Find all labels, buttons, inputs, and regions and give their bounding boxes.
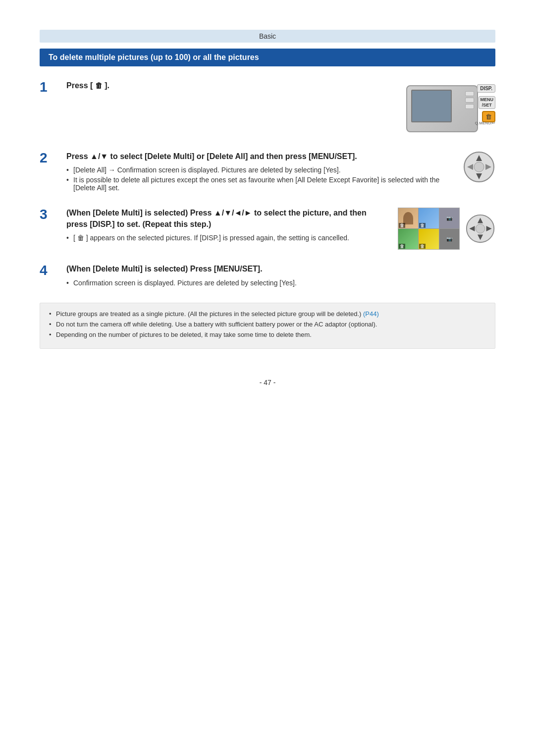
step-3-bullets: [ 🗑 ] appears on the selected pictures. … — [66, 234, 383, 242]
page-number: - 47 - — [40, 378, 495, 386]
step-2-number: 2 — [40, 151, 61, 165]
svg-point-5 — [474, 162, 484, 172]
dpad-icon-step3 — [466, 214, 495, 244]
page-title: To delete multiple pictures (up to 100) … — [40, 49, 495, 66]
svg-point-11 — [476, 224, 484, 233]
step-3-image: 🗑 🗑 📷 🗑 🗑 📷 — [398, 208, 495, 250]
qmenu-label: Q.MENU/↩ — [475, 121, 495, 125]
trash-mark-2: 🗑 — [419, 223, 426, 228]
step-1: 1 Press [ 🗑 ]. — [40, 80, 495, 137]
step-3: 3 (When [Delete Multi] is selected) Pres… — [40, 208, 495, 250]
photo-cell-1: 🗑 — [398, 208, 418, 228]
camera-screen — [411, 90, 452, 122]
step-1-title: Press [ 🗑 ]. — [66, 80, 391, 91]
note-1-link: (P44) — [363, 310, 379, 318]
photo-cell-3: 📷 — [439, 208, 459, 228]
step-4-bullets: Confirmation screen is displayed. Pictur… — [66, 279, 495, 287]
step-2: 2 Press ▲/▼ to select [Delete Multi] or … — [40, 151, 495, 194]
photo-cell-2: 🗑 — [419, 208, 438, 228]
note-3: Depending on the number of pictures to b… — [49, 331, 486, 338]
note-1: Picture groups are treated as a single p… — [49, 310, 486, 318]
camera-small-btn-2 — [465, 98, 474, 103]
step-3-title: (When [Delete Multi] is selected) Press … — [66, 208, 383, 230]
step-2-bullet-1: [Delete All] → Confirmation screen is di… — [66, 166, 448, 174]
notes-section: Picture groups are treated as a single p… — [40, 303, 495, 349]
trash-mark-1: 🗑 — [399, 223, 405, 228]
trash-icon-1: 🗑 — [95, 81, 103, 90]
dpad-icon-step2 — [463, 151, 495, 183]
camera-body — [406, 85, 478, 132]
camera-small-btn-3 — [465, 104, 474, 109]
step-2-content: Press ▲/▼ to select [Delete Multi] or [D… — [66, 151, 448, 194]
trash-mark-4: 🗑 — [399, 244, 405, 249]
camera-illustration: DISP. MENU/SET 🗑 Q.MENU/↩ — [406, 80, 495, 137]
camera-side-buttons — [465, 91, 474, 109]
step-1-number: 1 — [40, 80, 61, 94]
step-3-content: (When [Delete Multi] is selected) Press … — [66, 208, 383, 244]
camera-small-btn-1 — [465, 91, 474, 96]
disp-button-label: DISP. — [477, 84, 495, 93]
step-4: 4 (When [Delete Multi] is selected) Pres… — [40, 264, 495, 288]
photo-cell-6: 📷 — [439, 229, 459, 249]
step-3-bullet-1: [ 🗑 ] appears on the selected pictures. … — [66, 234, 383, 242]
step-4-bullet-1: Confirmation screen is displayed. Pictur… — [66, 279, 495, 287]
photo-grid: 🗑 🗑 📷 🗑 🗑 📷 — [398, 208, 460, 250]
step-2-bullet-2: It is possible to delete all pictures ex… — [66, 176, 448, 192]
step-2-title: Press ▲/▼ to select [Delete Multi] or [D… — [66, 151, 448, 162]
notes-list: Picture groups are treated as a single p… — [49, 310, 486, 338]
trash-mark-5: 🗑 — [419, 244, 426, 249]
step-4-number: 4 — [40, 264, 61, 277]
page-container: Basic To delete multiple pictures (up to… — [0, 0, 535, 756]
step-4-title: (When [Delete Multi] is selected) Press … — [66, 264, 495, 274]
step-4-content: (When [Delete Multi] is selected) Press … — [66, 264, 495, 288]
photo-cell-5: 🗑 — [419, 229, 438, 249]
step-1-content: Press [ 🗑 ]. — [66, 80, 391, 95]
menu-set-button-label: MENU/SET — [479, 96, 496, 109]
section-label: Basic — [40, 30, 495, 43]
step-2-bullets: [Delete All] → Confirmation screen is di… — [66, 166, 448, 192]
step-2-image — [463, 151, 495, 183]
note-2: Do not turn the camera off while deletin… — [49, 321, 486, 328]
step-1-image: DISP. MENU/SET 🗑 Q.MENU/↩ — [406, 80, 495, 137]
photo-cell-4: 🗑 — [398, 229, 418, 249]
step-3-number: 3 — [40, 208, 61, 221]
